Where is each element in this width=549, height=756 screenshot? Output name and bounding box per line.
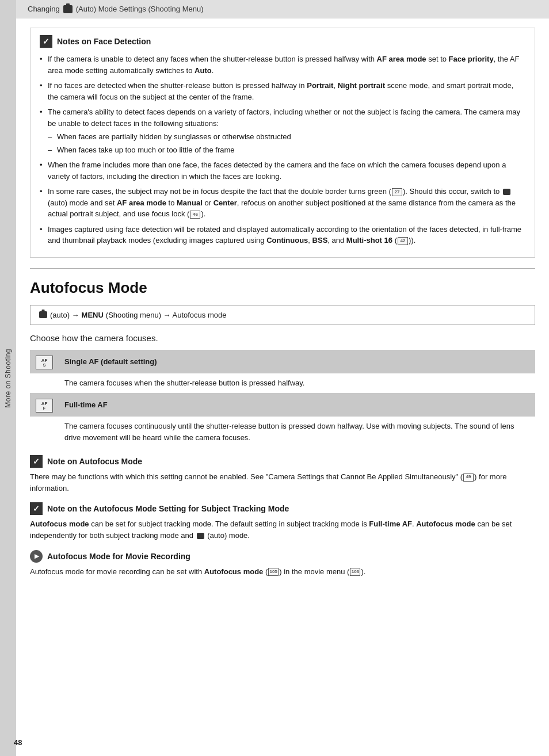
bold-text: AF area mode — [117, 198, 166, 207]
note-subject-tracking-title: Note on the Autofocus Mode Setting for S… — [30, 502, 535, 515]
ref-icon: 105 — [268, 568, 279, 576]
table-row: AF F Full-time AF — [30, 393, 535, 417]
list-item: Images captured using face detection wil… — [40, 224, 525, 246]
check-icon-face — [40, 35, 52, 48]
sidebar-tab-label: More on Shooting — [4, 349, 12, 408]
note-movie-recording: Autofocus Mode for Movie Recording Autof… — [30, 550, 535, 578]
notes-face-detection-box: Notes on Face Detection If the camera is… — [30, 28, 535, 258]
bold-text: BSS — [312, 236, 328, 245]
ref-icon: 49 — [463, 474, 474, 482]
autofocus-mode-heading: Autofocus Mode — [30, 279, 535, 297]
list-item: If no faces are detected when the shutte… — [40, 80, 525, 102]
af-icon-cell: AF F — [30, 393, 59, 417]
note-movie-text: Autofocus mode for movie recording can b… — [30, 566, 535, 578]
af-modes-table: AF S Single AF (default setting) The cam… — [30, 350, 535, 448]
header-bar: Changing (Auto) Mode Settings (Shooting … — [16, 0, 549, 18]
menu-path-box: (auto) → MENU (Shooting menu) → Autofocu… — [30, 305, 535, 325]
main-content: Changing (Auto) Mode Settings (Shooting … — [16, 0, 549, 756]
camera-icon-inline — [503, 189, 510, 195]
camera-icon-header — [63, 5, 73, 13]
check-icon-af — [30, 455, 43, 468]
page-wrapper: More on Shooting Changing (Auto) Mode Se… — [0, 0, 549, 756]
single-af-desc: The camera focuses when the shutter-rele… — [59, 373, 535, 393]
sub-list: When faces are partially hidden by sungl… — [48, 131, 525, 155]
list-item: When the frame includes more than one fa… — [40, 159, 525, 182]
menu-path-text1: (auto) → — [50, 311, 79, 319]
note-subject-tracking-heading: Note on the Autofocus Mode Setting for S… — [47, 504, 289, 513]
ref-icon: 27 — [392, 188, 402, 196]
note-autofocus-text: There may be functions with which this s… — [30, 471, 535, 494]
page-number: 48 — [14, 738, 22, 747]
check-icon-tracking — [30, 502, 43, 515]
bold-text: Manual — [177, 198, 203, 207]
notes-face-detection-title: Notes on Face Detection — [40, 35, 525, 48]
table-row: The camera focuses when the shutter-rele… — [30, 373, 535, 393]
header-text-suffix: (Auto) Mode Settings (Shooting Menu) — [76, 5, 204, 13]
section-divider — [30, 268, 535, 269]
list-item: The camera's ability to detect faces dep… — [40, 106, 525, 155]
bold-text: Continuous — [266, 236, 308, 245]
full-time-af-icon: AF F — [36, 399, 53, 413]
note-movie-heading: Autofocus Mode for Movie Recording — [47, 552, 190, 561]
table-row: AF S Single AF (default setting) — [30, 350, 535, 374]
notes-face-detection-heading: Notes on Face Detection — [57, 37, 151, 46]
bold-text: AF area mode — [377, 55, 426, 63]
note-movie-title: Autofocus Mode for Movie Recording — [30, 550, 535, 563]
ref-icon: 42 — [398, 237, 408, 245]
list-item: In some rare cases, the subject may not … — [40, 186, 525, 220]
note-autofocus-mode: Note on Autofocus Mode There may be func… — [30, 455, 535, 494]
table-row: The camera focuses continuously until th… — [30, 417, 535, 447]
movie-icon — [30, 550, 43, 563]
menu-path-text2: (Shooting menu) → Autofocus mode — [106, 311, 227, 319]
camera-icon-menu — [39, 311, 47, 318]
menu-label: MENU — [82, 311, 104, 319]
list-item: If the camera is unable to detect any fa… — [40, 54, 525, 76]
sidebar-tab: More on Shooting — [0, 0, 16, 756]
bold-text: Portrait — [307, 81, 333, 90]
ref-icon: 103 — [350, 568, 360, 576]
note-subject-tracking-text: Autofocus mode can be set for subject tr… — [30, 518, 535, 541]
note-autofocus-heading: Note on Autofocus Mode — [47, 457, 142, 466]
bold-text: Night portrait — [338, 81, 385, 90]
single-af-label: Single AF (default setting) — [59, 350, 535, 374]
bold-text: Auto — [195, 66, 212, 75]
bold-text: Multi-shot 16 — [346, 236, 392, 245]
full-time-af-label: Full-time AF — [59, 393, 535, 417]
list-item: When faces are partially hidden by sungl… — [48, 131, 525, 143]
face-detection-list: If the camera is unable to detect any fa… — [40, 54, 525, 246]
bold-text: Center — [214, 198, 237, 207]
note-autofocus-title: Note on Autofocus Mode — [30, 455, 535, 468]
single-af-icon: AF S — [36, 356, 53, 369]
note-subject-tracking: Note on the Autofocus Mode Setting for S… — [30, 502, 535, 541]
list-item: When faces take up too much or too littl… — [48, 144, 525, 156]
ref-icon: 46 — [190, 211, 200, 219]
af-icon-cell: AF S — [30, 350, 59, 374]
content-area: Notes on Face Detection If the camera is… — [16, 18, 549, 756]
choose-text: Choose how the camera focuses. — [30, 333, 535, 343]
bold-text: Face priority — [449, 55, 494, 63]
camera-icon-tracking — [197, 533, 204, 539]
full-time-af-desc: The camera focuses continuously until th… — [59, 417, 535, 447]
header-text-prefix: Changing — [28, 5, 60, 13]
